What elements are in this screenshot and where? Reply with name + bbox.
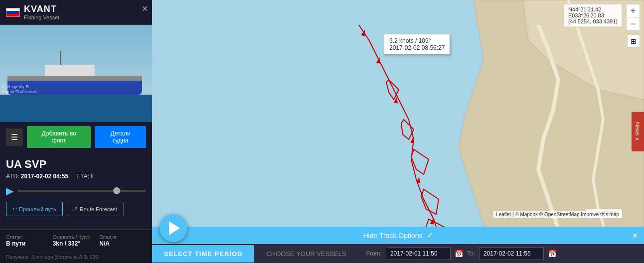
- source-info: Получено: 3 min ago (Источник AIS: 925: [0, 252, 152, 263]
- vessel-header: KVANT Fishing Vessel ✕: [0, 0, 152, 25]
- playback-thumb[interactable]: [113, 187, 120, 194]
- close-track-options-button[interactable]: ✕: [632, 232, 638, 240]
- water-background: [0, 95, 152, 122]
- map-layer-button[interactable]: ⊞: [627, 35, 640, 48]
- add-to-fleet-button[interactable]: Добавить во флот: [27, 126, 91, 148]
- news-panel[interactable]: News ∧: [632, 112, 644, 151]
- playback-bar[interactable]: [17, 190, 146, 192]
- callsign: UA SVP: [6, 158, 146, 171]
- playback-icon: ▶: [6, 185, 13, 197]
- past-track-button[interactable]: ↩ Прошлый путь: [6, 202, 63, 216]
- svg-marker-0: [459, 0, 644, 263]
- atd-value: 2017-02-02 04:55: [21, 173, 68, 180]
- status-stat: Статус: В пути: [6, 235, 53, 247]
- speed-label: Скорость / Курс:: [53, 235, 100, 240]
- playback-slider-row: ▶: [6, 185, 146, 197]
- past-track-icon: ↩: [12, 206, 17, 212]
- bottom-bar: Hide Track Options ✓ ✕ SELECT TIME PERIO…: [152, 227, 644, 263]
- atd-info: ATD: 2017-02-02 04:55: [6, 173, 68, 180]
- vessel-photo: © Yevgeniy B.MarineTraffic.com: [0, 25, 152, 122]
- vessel-title-block: KVANT Fishing Vessel: [24, 4, 59, 20]
- atd-label: ATD:: [6, 173, 19, 180]
- from-calendar-icon[interactable]: 📅: [455, 250, 463, 258]
- eta-info-icon[interactable]: ℹ: [91, 173, 93, 180]
- speed-stat: Скорость / Курс: 3kn / 332°: [53, 235, 100, 247]
- time-inputs: From: 📅 To: 📅: [358, 244, 644, 263]
- svg-marker-3: [376, 57, 382, 64]
- draft-value: N/A: [99, 240, 146, 247]
- source-text: Получено: 3 min ago (Источник AIS: 925: [6, 255, 98, 260]
- action-buttons: ↩ Прошлый путь ↗ Route Forecast: [6, 202, 146, 216]
- tooltip-speed: 9.2 knots / 109°: [389, 37, 445, 44]
- time-period-bar: SELECT TIME PERIOD CHOOSE YOUR VESSELS F…: [152, 244, 644, 263]
- choose-vessels-tab[interactable]: CHOOSE YOUR VESSELS: [254, 245, 358, 263]
- lon-coord: E033°26'20.83: [568, 12, 618, 18]
- svg-marker-6: [416, 177, 421, 183]
- vessel-info: UA SVP ATD: 2017-02-02 04:55 ETA: ℹ ▶ ↩ …: [0, 152, 152, 229]
- menu-button[interactable]: ☰: [6, 129, 23, 146]
- coordinates-display: N44°31'31.42 E033°26'20.83 (44.5254, 033…: [564, 4, 622, 27]
- attribution-text: Leaflet | © Mapbox © OpenStreetMap Impro…: [496, 212, 619, 217]
- to-calendar-icon[interactable]: 📅: [548, 250, 556, 258]
- to-datetime-input[interactable]: [479, 247, 544, 260]
- play-button[interactable]: [160, 214, 187, 242]
- hide-track-label: Hide Track Options: [363, 232, 422, 240]
- map-layer-icon: ⊞: [631, 37, 637, 45]
- status-label: Статус:: [6, 235, 53, 240]
- close-sidebar-button[interactable]: ✕: [142, 4, 148, 13]
- past-track-label: Прошлый путь: [19, 206, 56, 212]
- select-time-period-tab[interactable]: SELECT TIME PERIOD: [152, 245, 254, 263]
- vessel-stats: Статус: В пути Скорость / Курс: 3kn / 33…: [0, 229, 152, 252]
- draft-label: Осадка:: [99, 235, 146, 240]
- from-datetime-input[interactable]: [386, 247, 451, 260]
- photo-credit: © Yevgeniy B.MarineTraffic.com: [2, 84, 38, 94]
- from-label: From:: [366, 250, 382, 257]
- status-value: В пути: [6, 240, 53, 247]
- news-label: News ∧: [635, 122, 641, 141]
- to-label: To:: [467, 250, 475, 257]
- lat-coord: N44°31'31.42: [568, 6, 618, 12]
- eta-label: ETA:: [76, 173, 91, 180]
- vessel-type: Fishing Vessel: [24, 14, 59, 20]
- speed-value: 3kn / 332°: [53, 240, 100, 247]
- vessel-name: KVANT: [24, 4, 57, 14]
- svg-marker-5: [410, 137, 415, 143]
- route-forecast-label: Route Forecast: [80, 206, 117, 212]
- svg-marker-7: [430, 218, 435, 224]
- flag-icon: [6, 8, 20, 17]
- zoom-in-button[interactable]: +: [627, 4, 640, 17]
- zoom-out-button[interactable]: −: [627, 17, 640, 30]
- draft-stat: Осадка: N/A: [99, 235, 146, 247]
- sidebar: KVANT Fishing Vessel ✕ © Yevgeniy B.Mari…: [0, 0, 152, 263]
- svg-marker-4: [394, 97, 399, 103]
- checkmark-icon: ✓: [427, 231, 433, 240]
- ship-deck: [7, 76, 142, 81]
- decimal-coord: (44.5254, 033.4391): [568, 18, 618, 24]
- vessel-actions: ☰ Добавить во флот Детали судна: [0, 122, 152, 152]
- zoom-controls: + −: [626, 4, 640, 31]
- vessel-details-button[interactable]: Детали судна: [95, 126, 146, 148]
- tooltip-timestamp: 2017-02-02 08:56:27: [389, 44, 445, 51]
- svg-marker-2: [361, 29, 367, 36]
- vessel-tooltip: 9.2 knots / 109° 2017-02-02 08:56:27: [384, 34, 450, 55]
- track-options-bar: Hide Track Options ✓ ✕: [152, 227, 644, 244]
- route-forecast-button[interactable]: ↗ Route Forecast: [67, 202, 124, 216]
- atd-eta-row: ATD: 2017-02-02 04:55 ETA: ℹ: [6, 173, 146, 180]
- map-attribution: Leaflet | © Mapbox © OpenStreetMap Impro…: [493, 211, 622, 218]
- eta-info: ETA: ℹ: [76, 173, 93, 180]
- route-forecast-icon: ↗: [73, 206, 78, 212]
